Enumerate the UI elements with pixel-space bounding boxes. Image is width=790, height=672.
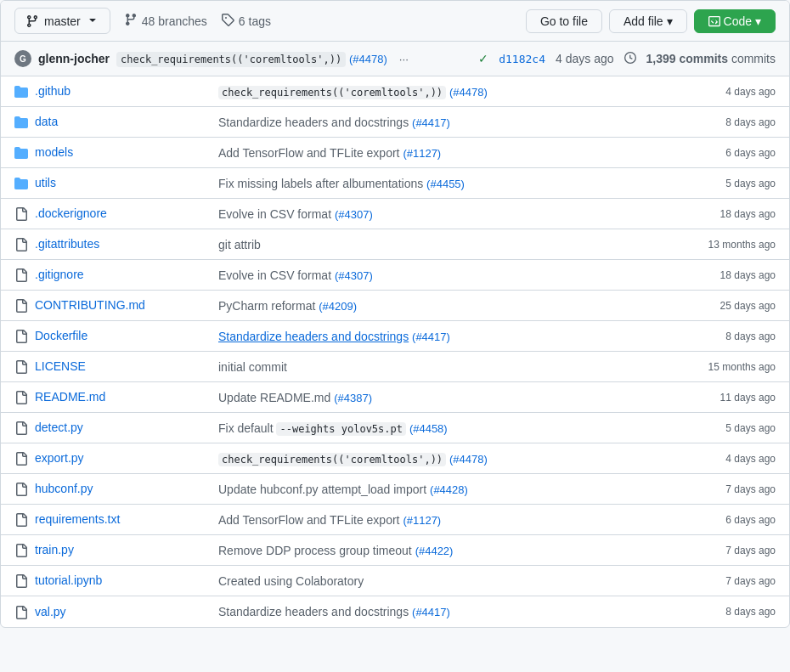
commit-time-cell: 15 months ago [679, 355, 789, 379]
chevron-down-icon-code: ▾ [755, 14, 761, 28]
file-name-cell: README.md [1, 384, 205, 410]
commit-author[interactable]: glenn-jocher [38, 52, 110, 65]
folder-icon [14, 84, 28, 99]
commit-pr-link[interactable]: (#4307) [335, 269, 373, 282]
goto-file-button[interactable]: Go to file [526, 9, 602, 33]
file-name-link[interactable]: models [35, 145, 73, 159]
file-icon [14, 421, 28, 435]
file-name-cell: hubconf.py [1, 476, 205, 502]
add-file-button[interactable]: Add file ▾ [609, 9, 687, 33]
table-row: .dockerignoreEvolve in CSV format (#4307… [1, 199, 789, 229]
table-row: train.pyRemove DDP process group timeout… [1, 535, 789, 566]
commit-message-more-button[interactable]: ··· [394, 51, 414, 67]
table-row: .gitattributesgit attrib13 months ago [1, 229, 789, 260]
file-icon [14, 390, 28, 404]
table-row: .gitignoreEvolve in CSV format (#4307)18… [1, 260, 789, 291]
tags-icon [221, 13, 234, 29]
commit-hash-link[interactable]: d1182c4 [499, 53, 545, 65]
file-name-link[interactable]: .gitignore [35, 268, 84, 281]
commit-pr-link[interactable]: (#4458) [409, 422, 448, 435]
commit-time-cell: 25 days ago [679, 294, 789, 318]
commit-pr-link[interactable]: (#4417) [412, 606, 450, 618]
table-row: modelsAdd TensorFlow and TFLite export (… [1, 138, 789, 168]
file-name-link[interactable]: export.py [35, 451, 84, 465]
commit-pr-link2[interactable]: (#4417) [412, 330, 450, 343]
file-name-cell: export.py [1, 445, 205, 472]
commit-pr-link[interactable]: (#4209) [319, 300, 357, 313]
table-row: val.pyStandardize headers and docstrings… [1, 596, 789, 627]
file-name-link[interactable]: utils [35, 176, 56, 189]
file-name-cell: val.py [1, 598, 205, 624]
file-name-link[interactable]: CONTRIBUTING.md [35, 298, 145, 312]
code-button[interactable]: Code ▾ [694, 9, 776, 33]
commit-message-cell: Add TensorFlow and TFLite export (#1127) [205, 507, 679, 533]
commit-time-cell: 11 days ago [679, 386, 789, 409]
tags-link[interactable]: 6 tags [221, 13, 271, 29]
file-name-link[interactable]: .dockerignore [35, 206, 107, 220]
commit-time-cell: 7 days ago [679, 569, 789, 593]
commit-time-cell: 18 days ago [679, 202, 789, 226]
table-row: export.pycheck_requirements(('coremltool… [1, 443, 789, 474]
commit-message-cell: Standardize headers and docstrings (#441… [205, 599, 679, 624]
file-name-cell: LICENSE [1, 353, 205, 380]
branch-label: master [44, 14, 81, 28]
top-bar-right: Go to file Add file ▾ Code ▾ [526, 9, 776, 33]
file-icon [14, 451, 28, 466]
commit-pr-link[interactable]: (#4478) [349, 53, 387, 65]
file-icon [14, 359, 28, 374]
inline-code: --weights yolov5s.pt [276, 422, 406, 436]
commit-time-cell: 5 days ago [679, 172, 789, 195]
branches-link[interactable]: 48 branches [124, 13, 207, 29]
file-icon [14, 512, 28, 527]
commit-pr-link[interactable]: (#4478) [449, 453, 488, 466]
commits-count: 1,399 commits commits [646, 52, 776, 65]
file-name-cell: tutorial.ipynb [1, 568, 205, 594]
file-name-link[interactable]: README.md [35, 390, 105, 404]
commit-bar-right: ✓ d1182c4 4 days ago 1,399 commits commi… [478, 52, 776, 66]
file-name-link[interactable]: LICENSE [35, 359, 86, 373]
file-icon [14, 298, 28, 313]
table-row: requirements.txtAdd TensorFlow and TFLit… [1, 505, 789, 535]
file-name-cell: train.py [1, 537, 205, 563]
commit-message-cell: initial commit [205, 354, 679, 380]
commit-pr-link[interactable]: (#4428) [430, 483, 468, 496]
commit-pr-link[interactable]: Standardize headers and docstrings [218, 330, 409, 343]
commit-pr-link[interactable]: (#4307) [335, 208, 373, 221]
table-row: .githubcheck_requirements(('coremltools'… [1, 76, 789, 107]
top-bar: master 48 branches [1, 1, 789, 42]
file-name-link[interactable]: hubconf.py [35, 482, 93, 495]
branch-selector[interactable]: master [14, 8, 110, 34]
commit-time: 4 days ago [556, 52, 614, 65]
file-name-link[interactable]: train.py [35, 543, 74, 556]
commit-pr-link[interactable]: (#4422) [415, 545, 454, 557]
commit-pr-link[interactable]: (#1127) [403, 514, 441, 527]
commit-pr-link[interactable]: (#4455) [426, 178, 465, 190]
folder-icon [14, 115, 28, 129]
folder-icon [14, 176, 28, 190]
file-name-link[interactable]: .gitattributes [35, 237, 99, 251]
commit-pr-link[interactable]: (#4417) [412, 116, 450, 129]
commit-pr-link[interactable]: (#1127) [403, 147, 441, 160]
file-name-link[interactable]: data [35, 115, 58, 128]
branches-icon [124, 13, 138, 29]
top-bar-left: master 48 branches [14, 8, 271, 34]
commit-time-cell: 4 days ago [679, 447, 789, 471]
file-name-link[interactable]: tutorial.ipynb [35, 573, 102, 587]
commit-message-cell: Standardize headers and docstrings (#441… [205, 324, 679, 349]
file-name-cell: requirements.txt [1, 506, 205, 533]
commit-pr-link[interactable]: (#4478) [449, 86, 488, 99]
commit-message-cell: Remove DDP process group timeout (#4422) [205, 538, 679, 563]
file-name-link[interactable]: .github [35, 84, 71, 98]
branch-icon [25, 14, 39, 28]
file-name-link[interactable]: requirements.txt [35, 512, 120, 526]
commit-pr-link[interactable]: (#4387) [334, 392, 372, 404]
file-name-link[interactable]: detect.py [35, 421, 83, 434]
table-row: DockerfileStandardize headers and docstr… [1, 321, 789, 352]
file-icon [14, 482, 28, 496]
author-avatar: G [14, 50, 31, 67]
file-name-link[interactable]: val.py [35, 605, 66, 618]
commit-message-cell: Update README.md (#4387) [205, 385, 679, 410]
commit-message-cell: Created using Colaboratory [205, 568, 679, 594]
file-name-link[interactable]: Dockerfile [35, 329, 87, 342]
commit-message-cell: check_requirements(('coremltools',)) (#4… [205, 79, 679, 104]
